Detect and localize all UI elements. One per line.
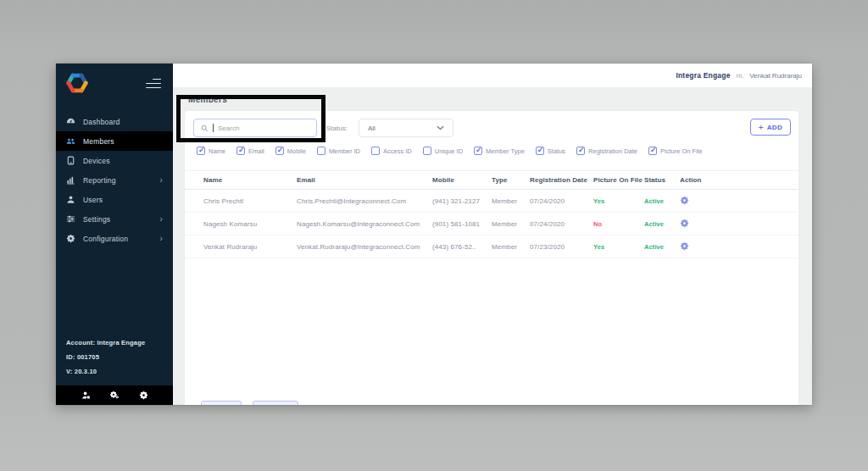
table-row[interactable]: Nagesh Komarsu Nagesh.Komarsu@Integracon… (185, 213, 798, 236)
checkbox-icon[interactable] (576, 147, 585, 155)
row-actions-gear-icon[interactable] (680, 196, 690, 206)
checkbox-icon[interactable] (317, 147, 326, 155)
account-name: Account: Integra Engage (66, 335, 145, 350)
sidebar: Dashboard Members Devices (56, 64, 173, 405)
column-filter-label: Mobile (287, 147, 306, 155)
sidebar-item-configuration[interactable]: Configuration (56, 229, 173, 248)
search-icon (201, 125, 209, 132)
column-filter-label: Status (548, 147, 565, 155)
status-dropdown-value: All (368, 125, 376, 132)
column-header: Name (203, 176, 297, 184)
cell-type: Member (492, 243, 530, 251)
cell-picture-on-file: Yes (593, 197, 644, 205)
column-header: Type (492, 176, 530, 184)
cell-type: Member (492, 220, 530, 228)
sidebar-item-label: Members (83, 137, 114, 146)
column-filter-label: Access ID (383, 147, 412, 155)
cell-mobile: (901) 581-1081 (432, 220, 492, 228)
app-version: V: 20.3.10 (66, 364, 145, 379)
table-row[interactable]: Venkat Rudraraju Venkat.Rudraraju@Integr… (185, 236, 798, 258)
account-info: Account: Integra Engage ID: 001705 V: 20… (66, 335, 145, 379)
top-header: Integra Engage Hi, Venkat Rudraraju (173, 64, 812, 87)
sidebar-nav: Dashboard Members Devices (56, 112, 173, 248)
column-filters: Name Email Mobile Member ID Acce (197, 147, 703, 155)
checkbox-icon[interactable] (236, 147, 245, 155)
gears-icon[interactable] (110, 391, 120, 400)
column-header: Registration Date (530, 176, 593, 184)
sidebar-item-settings[interactable]: Settings (56, 209, 173, 229)
column-filter[interactable]: Member ID (317, 147, 360, 155)
screenshot-stage: Dashboard Members Devices (0, 0, 868, 471)
page-title: Members (188, 95, 227, 104)
sidebar-item-users[interactable]: Users (56, 190, 173, 209)
cell-name: Venkat Rudraraju (203, 243, 297, 251)
pagination-button[interactable] (201, 401, 242, 405)
settings-icon (66, 214, 75, 224)
checkbox-icon[interactable] (275, 147, 284, 155)
column-filter-label: Member ID (329, 147, 360, 155)
cell-picture-on-file: No (593, 220, 644, 228)
checkbox-icon[interactable] (648, 147, 657, 155)
status-dropdown[interactable]: All (359, 119, 453, 137)
app-logo-icon (66, 72, 88, 94)
cell-registration-date: 07/24/2020 (530, 197, 593, 205)
column-filter[interactable]: Unique ID (423, 147, 463, 155)
add-member-button[interactable]: ADD (750, 119, 791, 136)
column-filter[interactable]: Mobile (275, 147, 306, 155)
chevron-down-icon (437, 125, 444, 130)
column-header: Action (680, 176, 714, 184)
users-icon (66, 195, 75, 204)
checkbox-icon[interactable] (536, 147, 544, 155)
table-row[interactable]: Chris Prechtl Chris.Prechtl@Integraconne… (185, 190, 798, 213)
sidebar-toggle-icon[interactable] (146, 78, 161, 89)
cell-email: Chris.Prechtl@Integraconnect.Com (297, 197, 432, 205)
chevron-right-icon (159, 215, 163, 224)
column-filter[interactable]: Name (197, 147, 225, 155)
status-filter-label: Status: (326, 125, 348, 132)
search-input[interactable] (218, 125, 309, 132)
dashboard-icon (66, 117, 75, 126)
cell-picture-on-file: Yes (593, 243, 644, 251)
cell-email: Nagesh.Komarsu@Integraconnect.Com (297, 220, 432, 228)
reporting-icon (66, 175, 75, 185)
configuration-icon (66, 234, 75, 243)
cell-email: Venkat.Rudraraju@Integraconnect.Com (297, 243, 432, 251)
checkbox-icon[interactable] (197, 147, 205, 155)
sidebar-item-devices[interactable]: Devices (56, 151, 173, 170)
checkbox-icon[interactable] (474, 147, 482, 155)
checkbox-icon[interactable] (371, 147, 380, 155)
column-filter[interactable]: Picture On File (648, 147, 703, 155)
column-filter[interactable]: Status (536, 147, 565, 155)
sidebar-item-reporting[interactable]: Reporting (56, 170, 173, 190)
cell-mobile: (443) 676-52.. (432, 243, 492, 251)
user-name[interactable]: Venkat Rudraraju (749, 72, 802, 80)
members-icon (66, 136, 75, 146)
members-table: NameEmailMobileTypeRegistration DatePict… (185, 170, 798, 258)
sidebar-bottom-bar (56, 385, 173, 405)
sidebar-item-label: Settings (83, 215, 110, 224)
column-filter[interactable]: Registration Date (576, 147, 637, 155)
pagination-button[interactable] (253, 401, 298, 405)
row-actions-gear-icon[interactable] (680, 241, 690, 252)
cell-mobile: (941) 321-2127 (432, 197, 492, 205)
column-filter[interactable]: Email (236, 147, 264, 155)
gear-icon[interactable] (139, 391, 148, 400)
sidebar-item-label: Users (83, 196, 103, 204)
search-box[interactable] (193, 119, 317, 137)
user-settings-icon[interactable] (81, 391, 91, 400)
column-filter-label: Registration Date (588, 147, 637, 155)
cell-status: Active (644, 197, 680, 205)
column-header: Picture On File (593, 176, 644, 184)
column-filter-label: Email (248, 147, 264, 155)
sidebar-item-members[interactable]: Members (56, 131, 173, 151)
cell-name: Nagesh Komarsu (203, 220, 297, 228)
row-actions-gear-icon[interactable] (680, 219, 690, 229)
sidebar-item-dashboard[interactable]: Dashboard (56, 112, 173, 131)
column-filter[interactable]: Access ID (371, 147, 412, 155)
sidebar-item-label: Configuration (83, 235, 128, 243)
column-filter[interactable]: Member Type (474, 147, 525, 155)
column-filter-label: Name (209, 147, 225, 155)
checkbox-icon[interactable] (423, 147, 431, 155)
cell-status: Active (644, 220, 680, 228)
cell-name: Chris Prechtl (203, 197, 297, 205)
